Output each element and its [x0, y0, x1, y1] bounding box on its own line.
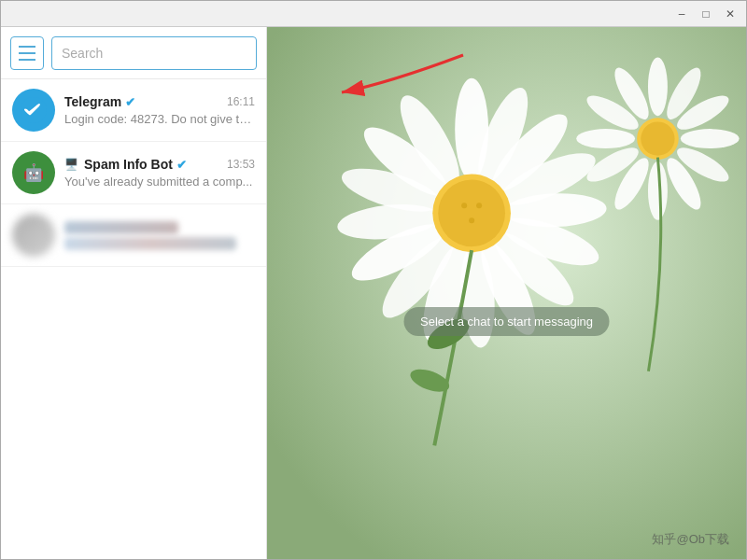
watermark: 知乎@Ob下载: [652, 531, 729, 548]
chat-preview-spam: You've already submitted a comp...: [64, 175, 255, 189]
chat-item-telegram[interactable]: Telegram ✔ 16:11 Login code: 48273. Do n…: [1, 79, 266, 142]
chat-name-telegram: Telegram ✔: [64, 94, 135, 109]
bot-icon: 🖥️: [64, 158, 78, 171]
chat-header-row: Telegram ✔ 16:11: [64, 94, 255, 109]
avatar-spam-bot: 🤖: [12, 151, 55, 194]
svg-point-32: [576, 129, 635, 148]
hamburger-line-1: [19, 46, 35, 48]
svg-point-23: [648, 57, 668, 116]
svg-point-22: [469, 217, 474, 223]
main-content: Select a chat to start messaging 知乎@Ob下载: [267, 27, 746, 559]
chat-time-telegram: 16:11: [227, 95, 255, 108]
blurred-preview: [64, 237, 236, 250]
window-frame: – □ ✕: [0, 0, 747, 560]
maximize-button[interactable]: □: [698, 6, 714, 22]
svg-point-21: [476, 203, 482, 208]
app-body: Telegram ✔ 16:11 Login code: 48273. Do n…: [1, 27, 746, 559]
svg-point-26: [681, 129, 740, 148]
titlebar: – □ ✕: [1, 1, 746, 27]
chat-name-spam-bot: 🖥️ Spam Info Bot ✔: [64, 157, 187, 172]
chat-list: Telegram ✔ 16:11 Login code: 48273. Do n…: [1, 79, 266, 559]
search-input-wrapper[interactable]: [51, 36, 257, 70]
chat-info-blurred: [64, 221, 255, 250]
svg-point-20: [461, 203, 467, 208]
sidebar-header: [1, 27, 266, 79]
close-button[interactable]: ✕: [722, 6, 739, 22]
avatar-blurred: [12, 214, 55, 257]
chat-info-telegram: Telegram ✔ 16:11 Login code: 48273. Do n…: [64, 94, 255, 126]
search-input[interactable]: [62, 46, 247, 61]
hamburger-button[interactable]: [10, 36, 44, 70]
hamburger-line-3: [19, 59, 35, 61]
titlebar-buttons: – □ ✕: [673, 6, 739, 22]
select-chat-badge: Select a chat to start messaging: [403, 307, 610, 336]
chat-header-row-spam: 🖥️ Spam Info Bot ✔ 13:53: [64, 157, 255, 172]
chat-info-spam-bot: 🖥️ Spam Info Bot ✔ 13:53 You've already …: [64, 157, 255, 189]
chat-item-blurred[interactable]: [1, 204, 266, 267]
chat-time-spam: 13:53: [227, 158, 255, 171]
chat-header-row-blurred: [64, 221, 255, 234]
minimize-button[interactable]: –: [673, 6, 690, 22]
blurred-name: [64, 221, 178, 234]
verified-badge-spam: ✔: [176, 158, 187, 172]
daisy-svg: [267, 27, 746, 559]
chat-preview-telegram: Login code: 48273. Do not give thi...: [64, 112, 255, 126]
avatar-telegram: [12, 89, 55, 132]
sidebar: Telegram ✔ 16:11 Login code: 48273. Do n…: [1, 27, 267, 559]
verified-badge-telegram: ✔: [125, 95, 135, 109]
hamburger-line-2: [19, 52, 35, 54]
svg-point-19: [438, 179, 505, 246]
chat-item-spam-bot[interactable]: 🤖 🖥️ Spam Info Bot ✔ 13:53 You've alread…: [1, 142, 266, 204]
background-image: Select a chat to start messaging 知乎@Ob下载: [267, 27, 746, 559]
svg-point-36: [641, 121, 674, 155]
